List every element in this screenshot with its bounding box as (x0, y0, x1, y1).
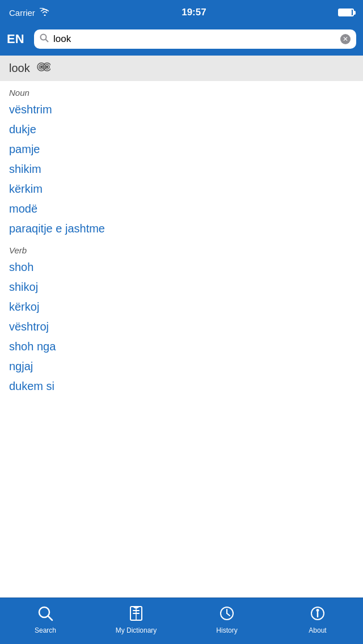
translation-item: pamje (9, 139, 354, 159)
svg-point-0 (41, 35, 47, 40)
my-dictionary-tab-icon (128, 605, 145, 624)
status-time: 19:57 (182, 7, 206, 18)
translation-item: shoh nga (9, 337, 354, 357)
about-tab-icon (309, 605, 326, 624)
pos-label: Verb (9, 239, 354, 257)
svg-line-1 (46, 40, 49, 43)
tab-about-label: About (309, 626, 326, 634)
translation-item: modë (9, 199, 354, 219)
language-label: EN (7, 32, 27, 46)
tab-search[interactable]: Search (0, 598, 91, 644)
translation-item: dukje (9, 120, 354, 139)
tab-bar: Search My Dictionary History (0, 598, 363, 644)
tab-history-label: History (216, 626, 237, 634)
svg-line-13 (227, 613, 230, 616)
search-bar[interactable]: ✕ (34, 29, 356, 49)
translation-item: kërkoj (9, 297, 354, 317)
battery-icon (338, 9, 354, 16)
translation-item: shikoj (9, 277, 354, 297)
translation-item: vështroj (9, 317, 354, 337)
history-tab-icon (218, 605, 235, 624)
translation-item: shikim (9, 159, 354, 179)
tab-history[interactable]: History (182, 598, 272, 644)
translation-item: paraqitje e jashtme (9, 219, 354, 239)
translation-item: dukem si (9, 376, 354, 396)
word-header: look (0, 56, 363, 81)
status-left: Carrier (9, 8, 50, 18)
translation-item: kërkim (9, 179, 354, 199)
svg-line-9 (48, 616, 52, 620)
tab-search-label: Search (35, 626, 56, 634)
tab-my-dictionary-label: My Dictionary (116, 626, 157, 634)
search-tab-icon (37, 605, 54, 624)
status-right (338, 9, 354, 16)
app-header: EN ✕ (0, 25, 363, 56)
tab-about[interactable]: About (272, 598, 363, 644)
translation-item: vështrim (9, 100, 354, 120)
content-area: Nounvështrimdukjepamjeshikimkërkimmodëpa… (0, 81, 363, 593)
search-input[interactable] (53, 33, 336, 45)
speaker-icon[interactable] (37, 61, 50, 75)
svg-point-4 (40, 66, 42, 68)
translation-item: ngjaj (9, 357, 354, 376)
word-title: look (9, 62, 30, 75)
wifi-icon (40, 8, 50, 18)
status-bar: Carrier 19:57 (0, 0, 363, 25)
search-icon (40, 33, 49, 45)
translation-item: shoh (9, 257, 354, 277)
svg-point-16 (317, 609, 319, 611)
pos-label: Noun (9, 81, 354, 100)
svg-point-7 (46, 66, 48, 68)
carrier-label: Carrier (9, 8, 35, 18)
tab-my-dictionary[interactable]: My Dictionary (91, 598, 182, 644)
clear-button[interactable]: ✕ (340, 34, 351, 44)
